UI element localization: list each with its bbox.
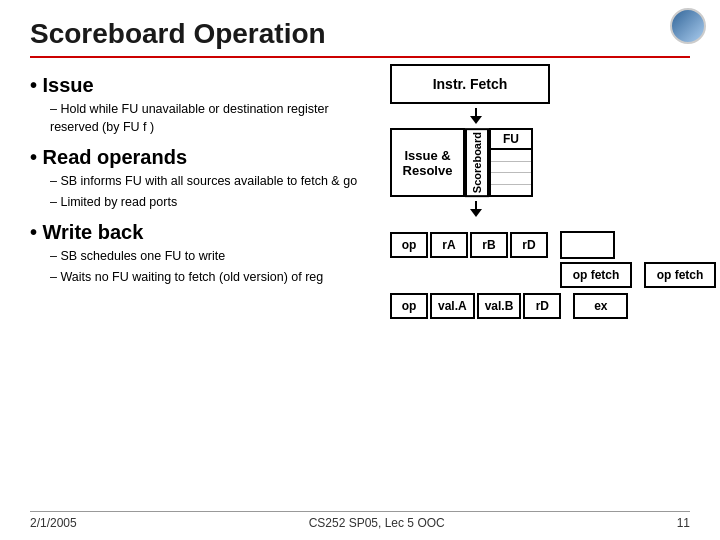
left-section: • Issue – Hold while FU unavailable or d…: [30, 64, 370, 319]
main-layout: • Issue – Hold while FU unavailable or d…: [30, 64, 690, 319]
instr-fetch-box: Instr. Fetch: [390, 64, 550, 104]
footer-page: 11: [677, 516, 690, 530]
pipe-row-opfetch: op fetch op fetch ◄: [390, 262, 720, 288]
arrow-instr-issue: [470, 108, 482, 124]
slide-title: Scoreboard Operation: [30, 18, 690, 58]
pipe-valB: val.B: [477, 293, 522, 319]
footer-date: 2/1/2005: [30, 516, 77, 530]
bullet-read-sub1: – Limited by read ports: [50, 194, 370, 212]
pipe-rA: rA: [430, 232, 468, 258]
pipe-row-1: op rA rB rD: [390, 231, 720, 259]
fu-row-3: [491, 173, 531, 185]
op-fetch-label-2: op fetch: [644, 262, 716, 288]
bullet-read: • Read operands: [30, 146, 370, 169]
bullet-writeback: • Write back: [30, 221, 370, 244]
bullet-issue-sub: – Hold while FU unavailable or destinati…: [50, 101, 370, 136]
footer: 2/1/2005 CS252 SP05, Lec 5 OOC 11: [30, 511, 690, 530]
pipe-valA: val.A: [430, 293, 475, 319]
op-fetch-label-1: op fetch: [560, 262, 632, 288]
fu-row-4: [491, 185, 531, 196]
bullet-issue: • Issue: [30, 74, 370, 97]
pipe-op2: op: [390, 293, 428, 319]
pipe-rD: rD: [510, 232, 548, 258]
pipe-rB: rB: [470, 232, 508, 258]
bullet-writeback-sub1: – Waits no FU waiting to fetch (old vers…: [50, 269, 370, 287]
arrow-issue-pipe: [470, 201, 482, 217]
university-logo: [670, 8, 706, 44]
bullet-read-sub0: – SB informs FU with all sources availab…: [50, 173, 370, 191]
pipe-op: op: [390, 232, 428, 258]
ex-box: ex: [573, 293, 628, 319]
instr-fetch-wrap: Instr. Fetch: [390, 64, 550, 104]
issue-scoreboard-row: Issue &Resolve Scoreboard FU: [390, 128, 533, 197]
pipe-rD2: rD: [523, 293, 561, 319]
pipeline-bottom: op rA rB rD op fetch op fetch ◄: [380, 231, 720, 319]
footer-course: CS252 SP05, Lec 5 OOC: [309, 516, 445, 530]
fu-row-2: [491, 162, 531, 174]
fu-row-1: [491, 150, 531, 162]
fu-box: FU: [489, 128, 533, 197]
scoreboard-label: Scoreboard: [465, 128, 489, 197]
pipe-row-2: op val.A val.B rD ex: [390, 293, 720, 319]
issue-resolve-box: Issue &Resolve: [390, 128, 465, 197]
bullet-writeback-sub0: – SB schedules one FU to write: [50, 248, 370, 266]
pipe-empty-1: [560, 231, 615, 259]
fu-header: FU: [491, 130, 531, 150]
right-section: Instr. Fetch Issue &Resolve Scoreboard F…: [380, 64, 720, 319]
